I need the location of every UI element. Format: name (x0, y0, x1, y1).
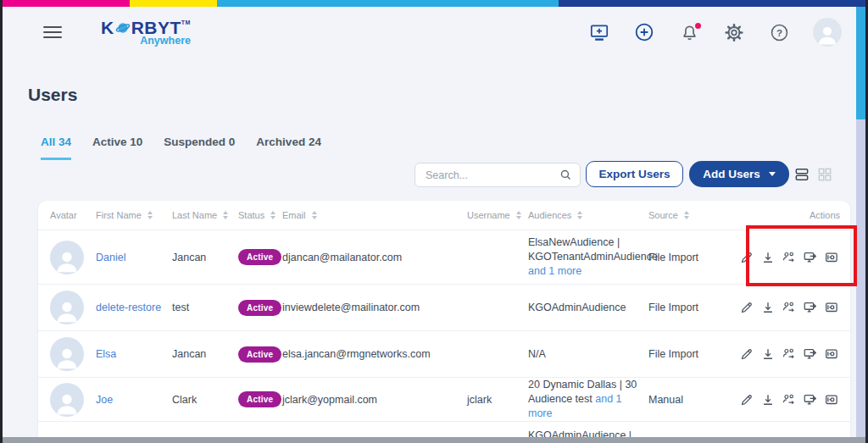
archive-user-button[interactable] (823, 299, 840, 316)
scrollbar-thumb[interactable] (856, 7, 865, 119)
search-button[interactable] (559, 168, 573, 186)
user-audiences: ElsaNewAudience | KGOTenantAdminAudience… (528, 235, 648, 279)
add-circle-icon (633, 21, 655, 43)
sort-icon[interactable] (577, 211, 582, 219)
tab-all[interactable]: All 34 (41, 136, 71, 160)
sort-icon[interactable] (312, 211, 317, 219)
user-last-name: Jancan (172, 348, 238, 360)
avatar (50, 337, 84, 371)
tab-active[interactable]: Active 10 (92, 136, 142, 160)
planet-icon (115, 20, 131, 36)
edit-user-button[interactable] (738, 391, 755, 408)
tab-archived[interactable]: Archived 24 (256, 136, 321, 160)
col-actions: Actions (733, 210, 840, 220)
tab-suspended[interactable]: Suspended 0 (164, 136, 235, 160)
list-view-button[interactable] (793, 166, 810, 183)
notification-dot (695, 23, 701, 29)
display-arrow-icon (803, 392, 818, 407)
stripe-blue (217, 0, 559, 7)
highlight-annotation (746, 225, 857, 286)
download-user-button[interactable] (760, 346, 776, 363)
col-audiences: Audiences (528, 210, 648, 220)
dropdown-caret-icon (769, 172, 776, 176)
settings-button[interactable] (723, 21, 745, 43)
user-first-name-link[interactable]: Elsa (96, 348, 116, 360)
person-icon (53, 342, 81, 371)
sort-icon[interactable] (684, 211, 689, 219)
svg-text:?: ? (776, 27, 782, 37)
download-user-button[interactable] (760, 391, 776, 408)
status-badge: Active (238, 391, 281, 407)
status-badge: Active (238, 249, 281, 265)
person-icon (815, 21, 840, 47)
stripe-pink (3, 0, 130, 7)
display-arrow-icon (803, 346, 818, 362)
user-first-name-link[interactable]: Joe (96, 394, 113, 406)
user-email: inviewdelete@mailinator.com (282, 302, 467, 313)
user-email: elsa.jancan@rmgnetworks.com (282, 348, 467, 360)
add-users-label: Add Users (703, 168, 760, 180)
page-title: Users (28, 85, 77, 105)
stripe-yellow (130, 0, 217, 7)
display-add-button[interactable] (588, 21, 610, 43)
user-audiences-button[interactable] (781, 346, 798, 363)
col-username: Username (467, 210, 528, 220)
sort-icon[interactable] (147, 211, 153, 219)
notifications-button[interactable] (678, 21, 700, 43)
user-audiences-button[interactable] (781, 299, 798, 316)
send-to-display-button[interactable] (802, 346, 819, 363)
user-first-name-link[interactable]: delete-restore (96, 302, 161, 313)
grid-view-button[interactable] (816, 166, 833, 183)
display-arrow-icon (803, 300, 818, 315)
help-button[interactable]: ? (768, 21, 790, 43)
audiences-more-link[interactable]: and 1 more (528, 265, 581, 277)
logo-subtitle: Anywhere (101, 35, 191, 47)
sort-icon[interactable] (223, 211, 228, 219)
pencil-icon (739, 346, 754, 362)
view-toggles (793, 166, 833, 183)
search-input[interactable] (415, 163, 581, 187)
user-email: djancan@mailanator.com (282, 252, 467, 263)
app-window: K RBYT TM Anywhere (0, 0, 868, 443)
col-avatar: Avatar (50, 210, 96, 220)
status-badge: Active (238, 300, 281, 316)
edit-user-button[interactable] (738, 299, 755, 316)
top-bar: K RBYT TM Anywhere (3, 7, 865, 58)
user-source: Manual (648, 394, 733, 406)
scrollbar-track[interactable] (856, 7, 865, 437)
send-to-display-button[interactable] (802, 391, 819, 408)
user-email: jclark@yopmail.com (282, 394, 467, 406)
window-bottom-edge (3, 437, 865, 443)
download-icon (760, 346, 776, 362)
table-row: Elsa Jancan Active elsa.jancan@rmgnetwor… (38, 330, 850, 377)
user-audiences: N/A (528, 347, 648, 362)
user-last-name: Clark (172, 394, 238, 406)
row-actions (733, 299, 840, 316)
export-users-button[interactable]: Export Users (586, 161, 683, 187)
user-audiences: KGOAdminAudience (528, 301, 648, 315)
archive-user-button[interactable] (823, 391, 840, 408)
sort-icon[interactable] (270, 211, 275, 219)
row-actions (733, 391, 840, 408)
download-user-button[interactable] (760, 299, 776, 316)
menu-button[interactable] (43, 23, 62, 42)
send-to-display-button[interactable] (802, 299, 819, 316)
add-button[interactable] (633, 21, 655, 43)
sort-icon[interactable] (516, 211, 521, 219)
display-add-icon (588, 21, 610, 44)
user-last-name: test (172, 302, 238, 313)
archive-user-button[interactable] (823, 346, 840, 363)
user-audiences-button[interactable] (781, 391, 798, 408)
users-table: Avatar First Name Last Name Status Email… (38, 201, 850, 438)
avatar (50, 383, 84, 417)
profile-avatar[interactable] (813, 18, 842, 47)
col-email: Email (282, 210, 467, 220)
safe-icon (824, 392, 839, 407)
edit-user-button[interactable] (738, 346, 755, 363)
korbyt-logo: K RBYT TM Anywhere (101, 18, 191, 47)
person-icon (53, 388, 81, 417)
add-users-button[interactable]: Add Users (689, 161, 789, 187)
user-first-name-link[interactable]: Daniel (96, 252, 125, 263)
search-box (415, 163, 581, 187)
col-status: Status (238, 210, 282, 220)
